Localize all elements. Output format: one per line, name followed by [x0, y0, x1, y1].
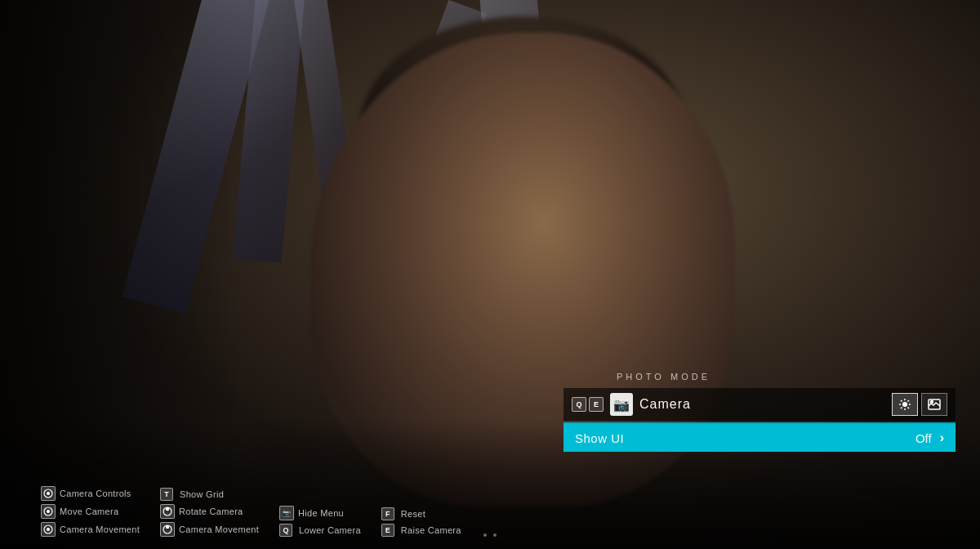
hud-row-move-camera: Move Camera [41, 504, 140, 519]
hud-show-grid-text: Show Grid [180, 489, 224, 499]
e-raise-key: E [381, 524, 394, 537]
hud-column-keys: T Show Grid Rotate Camera Camera Movemen… [160, 488, 259, 537]
photo-mode-panel: Photo Mode Q E 📷 Camera [564, 372, 956, 452]
left-vignette [0, 0, 245, 549]
show-ui-label: Show UI [575, 431, 915, 445]
q-lower-key: Q [279, 524, 292, 537]
joystick-move-icon [41, 504, 56, 519]
camera-tab-bar: Q E 📷 Camera [564, 388, 956, 421]
hud-lower-camera-text: Lower Camera [299, 525, 361, 535]
t-key: T [160, 488, 173, 501]
hud-rotate-camera-text: Rotate Camera [179, 507, 243, 516]
tab-brightness-icon[interactable] [892, 393, 918, 416]
svg-line-5 [901, 400, 902, 402]
tab-gallery-icon[interactable] [921, 393, 947, 416]
mouse-rotate-icon [160, 504, 175, 519]
camera-icon-wrap: 📷 [610, 393, 633, 416]
camera-hud-icon: 📷 [279, 506, 294, 520]
hud-row-lower-camera: Q Lower Camera [279, 524, 361, 537]
q-key-button[interactable]: Q [572, 397, 586, 412]
hud-camera-movement-text-1: Camera Movement [60, 524, 140, 534]
svg-line-8 [901, 408, 902, 409]
mouse-movement-icon [160, 522, 175, 537]
camera-icon: 📷 [613, 397, 630, 413]
hud-move-camera-text: Move Camera [60, 507, 118, 516]
joystick-movement-icon [41, 522, 56, 537]
hud-row-camera-movement-1: Camera Movement [41, 522, 140, 537]
photo-mode-title: Photo Mode [564, 372, 956, 382]
hud-row-raise-camera: E Raise Camera [381, 524, 461, 537]
hud-column-joystick: Camera Controls Move Camera Camera Movem… [41, 486, 140, 537]
svg-point-0 [902, 402, 907, 407]
svg-rect-18 [166, 507, 169, 511]
hud-reset-text: Reset [401, 509, 425, 519]
hud-row-hide-menu: 📷 Hide Menu [279, 506, 361, 520]
svg-point-10 [931, 401, 933, 404]
joystick-left-icon [41, 486, 56, 501]
chevron-right-icon: › [940, 431, 944, 445]
dot-left [483, 533, 487, 537]
svg-line-6 [908, 408, 910, 409]
bottom-hud: Camera Controls Move Camera Camera Movem… [41, 486, 939, 537]
dot-indicators [483, 533, 497, 537]
tab-icons-group [892, 393, 947, 416]
f-key: F [381, 507, 394, 520]
hud-raise-camera-text: Raise Camera [401, 525, 461, 535]
qe-key-buttons: Q E [572, 397, 604, 412]
camera-label: Camera [639, 397, 892, 412]
hud-row-show-grid: T Show Grid [160, 488, 259, 501]
svg-point-14 [47, 510, 50, 513]
hud-camera-movement-text-2: Camera Movement [179, 524, 259, 534]
hud-hide-menu-text: Hide Menu [298, 508, 344, 518]
game-background [0, 0, 980, 549]
gallery-icon [928, 399, 941, 410]
svg-line-7 [908, 400, 910, 402]
sun-icon [898, 398, 911, 411]
e-key-button[interactable]: E [589, 397, 604, 412]
hud-column-fe-keys: F Reset E Raise Camera [381, 507, 461, 537]
svg-point-12 [47, 492, 50, 495]
hud-row-rotate-camera: Rotate Camera [160, 504, 259, 519]
hud-row-camera-controls: Camera Controls [41, 486, 140, 501]
dot-right [493, 533, 497, 537]
svg-point-16 [47, 528, 50, 531]
show-ui-row[interactable]: Show UI Off › [564, 424, 956, 452]
svg-rect-20 [166, 525, 169, 529]
hud-column-camera-keys: 📷 Hide Menu Q Lower Camera [279, 506, 361, 537]
hud-camera-controls-text: Camera Controls [60, 489, 131, 498]
hud-row-reset: F Reset [381, 507, 461, 520]
hud-row-camera-movement-2: Camera Movement [160, 522, 259, 537]
show-ui-value: Off [915, 431, 932, 445]
